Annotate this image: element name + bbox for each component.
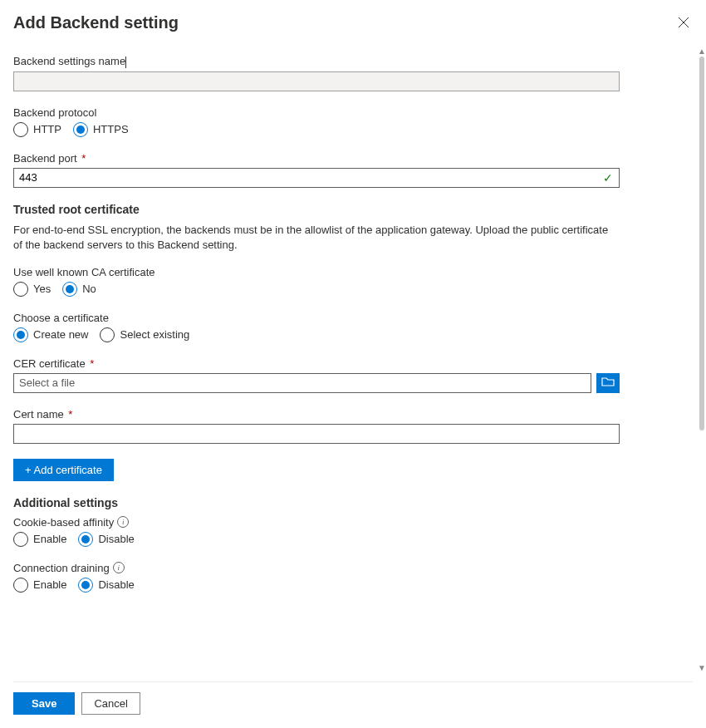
- close-button[interactable]: [674, 13, 693, 35]
- save-button[interactable]: Save: [13, 692, 75, 715]
- drain-radio-group: Enable Disable: [13, 578, 676, 593]
- connection-draining-label: Connection draining: [13, 562, 110, 574]
- trusted-root-heading: Trusted root certificate: [13, 203, 676, 216]
- ca-cert-label: Use well known CA certificate: [13, 266, 676, 278]
- panel-title: Add Backend setting: [13, 13, 179, 32]
- cert-name-input[interactable]: [13, 424, 620, 444]
- field-ca-cert: Use well known CA certificate Yes No: [13, 266, 676, 297]
- backend-port-input[interactable]: [13, 168, 620, 188]
- backend-name-label: Backend settings name: [13, 55, 676, 68]
- panel-footer: Save Cancel: [13, 681, 693, 728]
- radio-create-new-label: Create new: [33, 328, 88, 341]
- radio-https[interactable]: HTTPS: [73, 122, 129, 137]
- field-choose-cert: Choose a certificate Create new Select e…: [13, 312, 676, 342]
- cookie-affinity-label: Cookie-based affinity: [13, 516, 114, 529]
- radio-enable-label: Enable: [33, 578, 66, 591]
- radio-enable-label: Enable: [33, 533, 66, 545]
- choose-cert-label: Choose a certificate: [13, 312, 676, 324]
- field-backend-protocol: Backend protocol HTTP HTTPS: [13, 106, 676, 137]
- trusted-root-description: For end-to-end SSL encryption, the backe…: [13, 223, 620, 253]
- backend-port-label: Backend port *: [13, 152, 676, 165]
- radio-checked-icon: [62, 282, 77, 297]
- radio-create-new[interactable]: Create new: [13, 327, 88, 342]
- ca-radio-group: Yes No: [13, 282, 676, 297]
- field-cookie-affinity: Cookie-based affinity i Enable Disable: [13, 516, 676, 547]
- radio-disable-label: Disable: [98, 578, 134, 591]
- cer-file-input[interactable]: [13, 373, 591, 393]
- radio-checked-icon: [13, 327, 28, 342]
- radio-unchecked-icon: [13, 282, 28, 297]
- radio-drain-enable[interactable]: Enable: [13, 578, 66, 593]
- scrollbar-thumb[interactable]: [699, 57, 704, 430]
- browse-file-button[interactable]: [596, 373, 620, 393]
- radio-ca-yes-label: Yes: [33, 283, 51, 295]
- additional-settings-heading: Additional settings: [13, 496, 676, 509]
- radio-unchecked-icon: [100, 327, 115, 342]
- cert-name-label: Cert name *: [13, 408, 676, 421]
- add-certificate-button[interactable]: + Add certificate: [13, 459, 114, 481]
- scroll-down-icon[interactable]: ▼: [698, 663, 706, 672]
- choose-radio-group: Create new Select existing: [13, 327, 676, 342]
- close-icon: [678, 17, 689, 31]
- radio-https-label: HTTPS: [93, 123, 129, 135]
- field-cer-certificate: CER certificate *: [13, 357, 676, 393]
- backend-protocol-label: Backend protocol: [13, 106, 676, 119]
- field-backend-port: Backend port * ✓: [13, 152, 676, 188]
- radio-cookie-disable[interactable]: Disable: [78, 532, 134, 547]
- info-icon[interactable]: i: [113, 562, 125, 573]
- radio-unchecked-icon: [13, 578, 28, 593]
- field-add-certificate: + Add certificate: [13, 459, 676, 481]
- radio-unchecked-icon: [13, 532, 28, 547]
- radio-checked-icon: [73, 122, 88, 137]
- backend-settings-panel: Add Backend setting ▲ ▼ Backend settings…: [0, 0, 706, 728]
- form-scroll-area[interactable]: Backend settings name Backend protocol H…: [13, 55, 693, 681]
- cookie-radio-group: Enable Disable: [13, 532, 676, 547]
- radio-drain-disable[interactable]: Disable: [78, 578, 134, 593]
- radio-ca-no-label: No: [82, 283, 96, 295]
- radio-checked-icon: [78, 578, 93, 593]
- radio-http[interactable]: HTTP: [13, 122, 61, 137]
- backend-name-input[interactable]: [13, 71, 620, 91]
- cancel-button[interactable]: Cancel: [81, 692, 140, 715]
- radio-http-label: HTTP: [33, 123, 61, 135]
- scroll-up-icon[interactable]: ▲: [698, 47, 706, 56]
- radio-ca-yes[interactable]: Yes: [13, 282, 51, 297]
- radio-disable-label: Disable: [98, 533, 134, 545]
- info-icon[interactable]: i: [117, 516, 129, 528]
- radio-select-existing-label: Select existing: [120, 328, 189, 341]
- folder-icon: [601, 376, 615, 390]
- cer-cert-label: CER certificate *: [13, 357, 676, 370]
- field-connection-draining: Connection draining i Enable Disable: [13, 562, 676, 593]
- protocol-radio-group: HTTP HTTPS: [13, 122, 676, 137]
- radio-checked-icon: [78, 532, 93, 547]
- radio-select-existing[interactable]: Select existing: [100, 327, 189, 342]
- panel-header: Add Backend setting: [13, 13, 693, 35]
- check-icon: ✓: [603, 171, 613, 184]
- radio-cookie-enable[interactable]: Enable: [13, 532, 66, 547]
- field-backend-name: Backend settings name: [13, 55, 676, 91]
- text-cursor: [125, 57, 126, 68]
- radio-ca-no[interactable]: No: [62, 282, 96, 297]
- radio-unchecked-icon: [13, 122, 28, 137]
- field-cert-name: Cert name *: [13, 408, 676, 444]
